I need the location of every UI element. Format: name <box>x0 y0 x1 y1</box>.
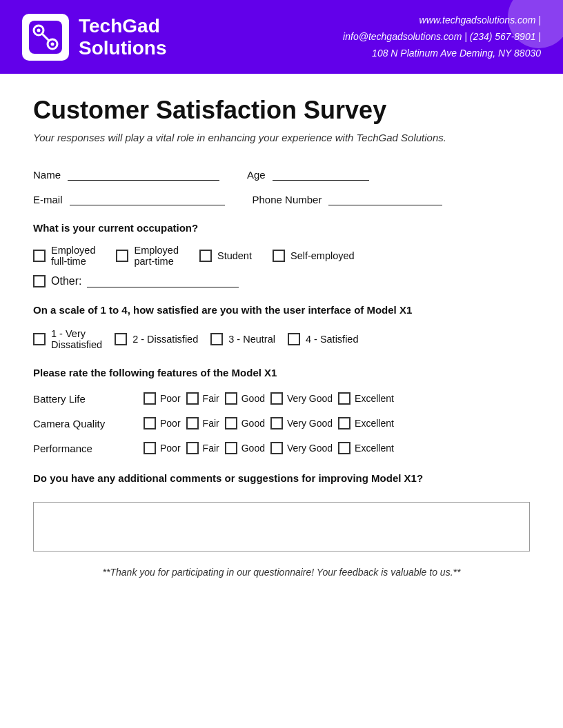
scale-3: 3 - Neutral <box>210 333 275 345</box>
other-input[interactable] <box>87 275 239 287</box>
scale-1: 1 - VeryDissatisfied <box>33 328 102 350</box>
logo-text: TechGad Solutions <box>79 15 167 59</box>
checkbox-performance-fair[interactable] <box>186 442 199 454</box>
checkbox-performance-verygood[interactable] <box>270 442 283 454</box>
age-field: Age <box>247 168 369 181</box>
checkbox-employed-full[interactable] <box>33 250 46 262</box>
checkbox-scale-3[interactable] <box>210 333 223 345</box>
checkbox-self-employed[interactable] <box>273 250 285 262</box>
rating-row-performance: Performance Poor Fair Good Very Good <box>33 442 530 454</box>
checkbox-camera-fair[interactable] <box>186 417 199 429</box>
occupation-employed-full: Employedfull-time <box>33 245 95 267</box>
camera-verygood: Very Good <box>270 417 333 429</box>
survey-title: Customer Satisfaction Survey <box>33 96 530 125</box>
camera-good: Good <box>225 417 265 429</box>
checkbox-camera-good[interactable] <box>225 417 237 429</box>
checkbox-battery-poor[interactable] <box>144 392 156 405</box>
name-field: Name <box>33 165 219 181</box>
performance-excellent: Excellent <box>338 442 394 454</box>
comments-question: Do you have any additional comments or s… <box>33 472 530 484</box>
svg-point-5 <box>51 42 55 46</box>
performance-poor: Poor <box>144 442 181 454</box>
email-label: E-mail <box>33 194 63 205</box>
occupation-self-employed: Self-employed <box>273 250 355 262</box>
battery-good: Good <box>225 392 265 405</box>
satisfaction-question: On a scale of 1 to 4, how satisfied are … <box>33 304 530 316</box>
occupation-student: Student <box>199 250 252 262</box>
checkbox-battery-excellent[interactable] <box>338 392 350 405</box>
header: TechGad Solutions www.techgadsolutions.c… <box>0 0 563 74</box>
email-phone-row: E-mail Phone Number <box>33 193 530 205</box>
phone-field: Phone Number <box>253 193 443 205</box>
battery-fair: Fair <box>186 392 219 405</box>
performance-good: Good <box>225 442 265 454</box>
camera-poor: Poor <box>144 417 181 429</box>
checkbox-camera-verygood[interactable] <box>270 417 283 429</box>
scale-4: 4 - Satisfied <box>288 333 359 345</box>
checkbox-scale-4[interactable] <box>288 333 300 345</box>
checkbox-battery-fair[interactable] <box>186 392 199 405</box>
comments-textarea[interactable] <box>33 502 530 552</box>
logo-icon <box>22 14 69 61</box>
rating-row-battery: Battery Life Poor Fair Good Very Good <box>33 392 530 405</box>
feature-performance: Performance <box>33 443 144 454</box>
checkbox-battery-good[interactable] <box>225 392 237 405</box>
checkbox-student[interactable] <box>199 250 212 262</box>
phone-label: Phone Number <box>253 194 322 205</box>
checkbox-employed-part[interactable] <box>116 250 128 262</box>
age-input[interactable] <box>273 168 369 181</box>
checkbox-camera-excellent[interactable] <box>338 417 350 429</box>
email-input[interactable] <box>70 193 225 205</box>
rating-section: Battery Life Poor Fair Good Very Good <box>33 392 530 454</box>
battery-excellent: Excellent <box>338 392 394 405</box>
checkbox-camera-poor[interactable] <box>144 417 156 429</box>
age-label: Age <box>247 169 266 181</box>
survey-subtitle: Your responses will play a vital role in… <box>33 132 530 143</box>
scale-2: 2 - Dissatisfied <box>115 333 198 345</box>
features-question: Please rate the following features of th… <box>33 367 530 378</box>
checkbox-performance-poor[interactable] <box>144 442 156 454</box>
checkbox-other[interactable] <box>33 275 46 287</box>
other-row: Other: <box>33 275 530 287</box>
rating-options-camera: Poor Fair Good Very Good Excellent <box>144 417 394 429</box>
checkbox-battery-verygood[interactable] <box>270 392 283 405</box>
performance-verygood: Very Good <box>270 442 333 454</box>
battery-poor: Poor <box>144 392 181 405</box>
comments-section: Do you have any additional comments or s… <box>33 472 530 554</box>
name-label: Name <box>33 169 61 181</box>
satisfaction-scale: 1 - VeryDissatisfied 2 - Dissatisfied 3 … <box>33 328 530 350</box>
checkbox-performance-good[interactable] <box>225 442 237 454</box>
email-field: E-mail <box>33 193 225 205</box>
svg-point-4 <box>37 28 41 32</box>
name-input[interactable] <box>68 165 219 181</box>
camera-excellent: Excellent <box>338 417 394 429</box>
rating-options-battery: Poor Fair Good Very Good Excellent <box>144 392 394 405</box>
content: Customer Satisfaction Survey Your respon… <box>0 74 563 600</box>
feature-battery: Battery Life <box>33 393 144 405</box>
feature-camera: Camera Quality <box>33 418 144 429</box>
performance-fair: Fair <box>186 442 219 454</box>
battery-verygood: Very Good <box>270 392 333 405</box>
checkbox-scale-2[interactable] <box>115 333 127 345</box>
logo: TechGad Solutions <box>22 14 167 61</box>
phone-input[interactable] <box>328 193 442 205</box>
checkbox-performance-excellent[interactable] <box>338 442 350 454</box>
occupation-employed-part: Employedpart-time <box>116 245 178 267</box>
rating-row-camera: Camera Quality Poor Fair Good Very Good <box>33 417 530 429</box>
occupation-options: Employedfull-time Employedpart-time Stud… <box>33 245 530 267</box>
occupation-question: What is your current occupation? <box>33 222 530 234</box>
rating-options-performance: Poor Fair Good Very Good Excellent <box>144 442 394 454</box>
footer-note: **Thank you for participating in our que… <box>33 567 530 578</box>
name-age-row: Name Age <box>33 165 530 181</box>
camera-fair: Fair <box>186 417 219 429</box>
checkbox-scale-1[interactable] <box>33 333 46 345</box>
other-label: Other: <box>51 275 81 287</box>
